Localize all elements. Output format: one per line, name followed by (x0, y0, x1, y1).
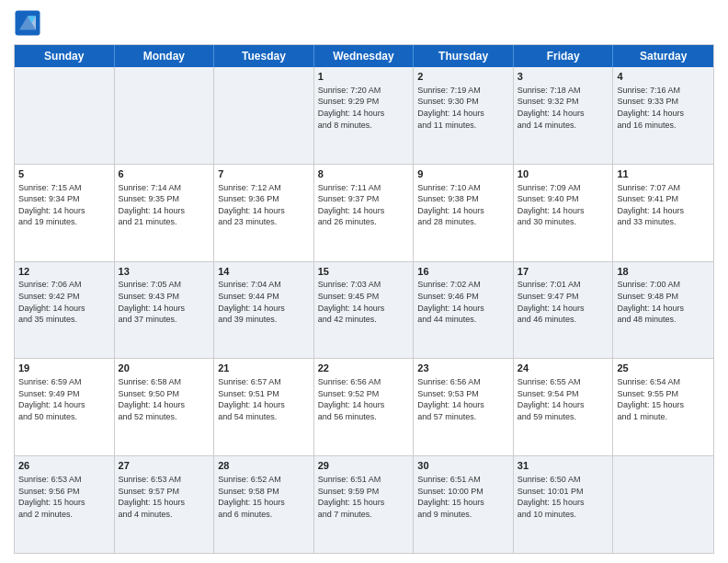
day-cell-29: 29Sunrise: 6:51 AM Sunset: 9:59 PM Dayli… (314, 456, 415, 553)
day-cell-20: 20Sunrise: 6:58 AM Sunset: 9:50 PM Dayli… (115, 359, 215, 455)
day-number: 24 (518, 362, 609, 375)
day-info: Sunrise: 7:03 AM Sunset: 9:45 PM Dayligh… (318, 279, 410, 325)
calendar-row-1: 5Sunrise: 7:15 AM Sunset: 9:34 PM Daylig… (15, 164, 713, 261)
day-cell-9: 9Sunrise: 7:10 AM Sunset: 9:38 PM Daylig… (414, 165, 514, 261)
day-cell-4: 4Sunrise: 7:16 AM Sunset: 9:33 PM Daylig… (613, 67, 713, 164)
day-info: Sunrise: 6:57 AM Sunset: 9:51 PM Dayligh… (218, 376, 310, 422)
day-info: Sunrise: 7:06 AM Sunset: 9:42 PM Dayligh… (18, 279, 110, 325)
logo-icon (14, 9, 41, 37)
day-cell-30: 30Sunrise: 6:51 AM Sunset: 10:00 PM Dayl… (414, 456, 514, 553)
day-number: 30 (417, 459, 509, 473)
weekday-header-tuesday: Tuesday (214, 45, 314, 67)
weekday-header-thursday: Thursday (414, 45, 514, 67)
empty-cell-0-0 (15, 67, 115, 164)
day-cell-17: 17Sunrise: 7:01 AM Sunset: 9:47 PM Dayli… (514, 262, 614, 359)
day-number: 5 (18, 167, 110, 181)
day-cell-21: 21Sunrise: 6:57 AM Sunset: 9:51 PM Dayli… (214, 359, 314, 455)
day-cell-14: 14Sunrise: 7:04 AM Sunset: 9:44 PM Dayli… (214, 262, 314, 359)
day-number: 2 (417, 70, 509, 84)
day-number: 18 (617, 265, 710, 279)
day-cell-8: 8Sunrise: 7:11 AM Sunset: 9:37 PM Daylig… (314, 165, 415, 261)
day-number: 14 (218, 265, 310, 279)
day-info: Sunrise: 6:53 AM Sunset: 9:57 PM Dayligh… (119, 474, 210, 520)
day-cell-23: 23Sunrise: 6:56 AM Sunset: 9:53 PM Dayli… (414, 359, 514, 455)
day-info: Sunrise: 6:52 AM Sunset: 9:58 PM Dayligh… (218, 474, 310, 520)
day-cell-11: 11Sunrise: 7:07 AM Sunset: 9:41 PM Dayli… (613, 165, 713, 261)
day-number: 25 (617, 362, 710, 375)
day-number: 12 (18, 265, 110, 279)
day-info: Sunrise: 7:10 AM Sunset: 9:38 PM Dayligh… (417, 182, 509, 228)
day-info: Sunrise: 7:16 AM Sunset: 9:33 PM Dayligh… (617, 85, 710, 131)
day-info: Sunrise: 7:18 AM Sunset: 9:32 PM Dayligh… (518, 85, 609, 131)
day-number: 6 (119, 167, 210, 181)
day-cell-22: 22Sunrise: 6:56 AM Sunset: 9:52 PM Dayli… (314, 359, 415, 455)
day-number: 7 (218, 167, 310, 181)
day-info: Sunrise: 7:05 AM Sunset: 9:43 PM Dayligh… (119, 279, 210, 325)
day-number: 22 (318, 362, 410, 375)
weekday-header-monday: Monday (115, 45, 215, 67)
day-info: Sunrise: 7:07 AM Sunset: 9:41 PM Dayligh… (617, 182, 710, 228)
day-info: Sunrise: 6:59 AM Sunset: 9:49 PM Dayligh… (18, 376, 110, 422)
day-cell-6: 6Sunrise: 7:14 AM Sunset: 9:35 PM Daylig… (115, 165, 215, 261)
day-number: 23 (417, 362, 509, 375)
day-number: 9 (417, 167, 509, 181)
day-info: Sunrise: 6:55 AM Sunset: 9:54 PM Dayligh… (518, 376, 609, 422)
calendar-header: SundayMondayTuesdayWednesdayThursdayFrid… (15, 45, 713, 67)
day-info: Sunrise: 7:14 AM Sunset: 9:35 PM Dayligh… (119, 182, 210, 228)
day-number: 19 (18, 362, 110, 375)
day-number: 20 (119, 362, 210, 375)
day-info: Sunrise: 7:20 AM Sunset: 9:29 PM Dayligh… (318, 85, 410, 131)
day-info: Sunrise: 7:04 AM Sunset: 9:44 PM Dayligh… (218, 279, 310, 325)
weekday-header-saturday: Saturday (613, 45, 713, 67)
day-number: 8 (318, 167, 410, 181)
day-number: 3 (518, 70, 609, 84)
day-info: Sunrise: 6:51 AM Sunset: 10:00 PM Daylig… (417, 474, 509, 520)
day-number: 11 (617, 167, 710, 181)
empty-cell-0-2 (214, 67, 314, 164)
day-info: Sunrise: 7:12 AM Sunset: 9:36 PM Dayligh… (218, 182, 310, 228)
day-cell-3: 3Sunrise: 7:18 AM Sunset: 9:32 PM Daylig… (514, 67, 614, 164)
day-number: 4 (617, 70, 710, 84)
day-cell-25: 25Sunrise: 6:54 AM Sunset: 9:55 PM Dayli… (613, 359, 713, 455)
day-cell-7: 7Sunrise: 7:12 AM Sunset: 9:36 PM Daylig… (214, 165, 314, 261)
weekday-header-wednesday: Wednesday (314, 45, 415, 67)
calendar-row-2: 12Sunrise: 7:06 AM Sunset: 9:42 PM Dayli… (15, 261, 713, 359)
day-cell-18: 18Sunrise: 7:00 AM Sunset: 9:48 PM Dayli… (613, 262, 713, 359)
day-info: Sunrise: 7:09 AM Sunset: 9:40 PM Dayligh… (518, 182, 609, 228)
day-info: Sunrise: 6:51 AM Sunset: 9:59 PM Dayligh… (318, 474, 410, 520)
calendar-row-0: 1Sunrise: 7:20 AM Sunset: 9:29 PM Daylig… (15, 67, 713, 164)
day-number: 16 (417, 265, 509, 279)
day-number: 27 (119, 459, 210, 473)
day-number: 10 (518, 167, 609, 181)
day-number: 29 (318, 459, 410, 473)
weekday-header-sunday: Sunday (15, 45, 115, 67)
empty-cell-4-6 (613, 456, 713, 553)
day-cell-31: 31Sunrise: 6:50 AM Sunset: 10:01 PM Dayl… (514, 456, 614, 553)
empty-cell-0-1 (115, 67, 215, 164)
calendar-row-3: 19Sunrise: 6:59 AM Sunset: 9:49 PM Dayli… (15, 358, 713, 455)
day-info: Sunrise: 7:01 AM Sunset: 9:47 PM Dayligh… (518, 279, 609, 325)
day-cell-1: 1Sunrise: 7:20 AM Sunset: 9:29 PM Daylig… (314, 67, 415, 164)
day-cell-26: 26Sunrise: 6:53 AM Sunset: 9:56 PM Dayli… (15, 456, 115, 553)
day-cell-12: 12Sunrise: 7:06 AM Sunset: 9:42 PM Dayli… (15, 262, 115, 359)
day-cell-16: 16Sunrise: 7:02 AM Sunset: 9:46 PM Dayli… (414, 262, 514, 359)
calendar-body: 1Sunrise: 7:20 AM Sunset: 9:29 PM Daylig… (15, 67, 713, 553)
day-info: Sunrise: 6:54 AM Sunset: 9:55 PM Dayligh… (617, 376, 710, 422)
day-number: 17 (518, 265, 609, 279)
day-info: Sunrise: 7:11 AM Sunset: 9:37 PM Dayligh… (318, 182, 410, 228)
day-number: 31 (518, 459, 609, 473)
day-number: 13 (119, 265, 210, 279)
day-number: 15 (318, 265, 410, 279)
calendar: SundayMondayTuesdayWednesdayThursdayFrid… (14, 44, 714, 554)
weekday-header-friday: Friday (514, 45, 614, 67)
logo (14, 9, 45, 37)
day-info: Sunrise: 6:56 AM Sunset: 9:52 PM Dayligh… (318, 376, 410, 422)
day-info: Sunrise: 7:02 AM Sunset: 9:46 PM Dayligh… (417, 279, 509, 325)
calendar-row-4: 26Sunrise: 6:53 AM Sunset: 9:56 PM Dayli… (15, 455, 713, 553)
day-cell-28: 28Sunrise: 6:52 AM Sunset: 9:58 PM Dayli… (214, 456, 314, 553)
header (14, 9, 714, 37)
day-cell-2: 2Sunrise: 7:19 AM Sunset: 9:30 PM Daylig… (414, 67, 514, 164)
day-cell-13: 13Sunrise: 7:05 AM Sunset: 9:43 PM Dayli… (115, 262, 215, 359)
day-info: Sunrise: 6:50 AM Sunset: 10:01 PM Daylig… (518, 474, 609, 520)
day-cell-27: 27Sunrise: 6:53 AM Sunset: 9:57 PM Dayli… (115, 456, 215, 553)
